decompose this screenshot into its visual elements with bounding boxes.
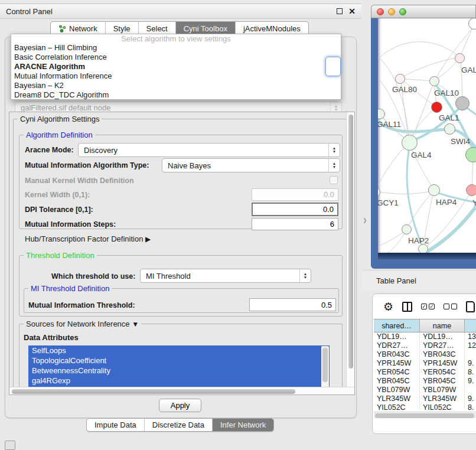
table-panel-titlebar: Table Panel <box>363 270 476 291</box>
algorithm-option[interactable]: Mutual Information Inference <box>11 71 341 81</box>
apply-button[interactable]: Apply <box>159 399 201 412</box>
network-node-gal4[interactable] <box>402 135 418 151</box>
algorithm-option[interactable]: Bayesian – K2 <box>11 81 341 90</box>
which-threshold-value: MI Threshold <box>146 272 191 281</box>
table-cell: YLR345W <box>420 394 465 403</box>
manual-kernel-width-checkbox[interactable] <box>330 176 338 184</box>
table-row[interactable]: YER054CYER054C8. <box>374 368 476 377</box>
algorithm-option[interactable]: ARACNE Algorithm <box>11 62 341 71</box>
zoom-traffic-light-icon[interactable] <box>399 8 406 15</box>
table-row[interactable]: YBR045CYBR045C9. <box>374 377 476 386</box>
network-node-gal1[interactable] <box>431 102 442 113</box>
mi-steps-input[interactable] <box>252 218 338 230</box>
scrollbar-thumb[interactable] <box>348 115 353 369</box>
algorithm-option[interactable]: Basic Correlation Inference <box>11 53 341 62</box>
network-node-gal10[interactable] <box>429 76 439 86</box>
network-node-gal80[interactable] <box>395 74 405 84</box>
settings-scrollpane: Cyni Algorithm Settings Algorithm Defini… <box>9 112 355 395</box>
data-table-combo-value: galFiltered.sif default node <box>21 103 110 112</box>
gear-icon[interactable]: ⚙ <box>383 301 393 312</box>
column-header[interactable]: shared… <box>374 319 420 332</box>
hub-definition-toggle[interactable]: Hub/Transcription Factor Definition ▶ <box>25 234 151 243</box>
table-cell: YIL052C <box>374 403 420 410</box>
tab-select[interactable]: Select <box>138 22 175 35</box>
show-columns-icon[interactable]: ✓✓ <box>421 304 435 309</box>
column-header[interactable]: name <box>420 319 465 332</box>
table-cell: YPR145W <box>374 359 420 368</box>
network-node-y[interactable] <box>466 184 476 196</box>
attribute-item[interactable]: gal4RGexp <box>28 376 330 386</box>
network-node-swi4[interactable] <box>444 123 455 135</box>
columns-icon[interactable] <box>402 302 412 312</box>
network-view-window: GALGAL80GAL10GAL1GAL11SWI4GAL4GCY1HAP4YH… <box>371 5 476 269</box>
attribute-item[interactable]: SelfLoops <box>28 345 330 356</box>
focused-combo-fragment <box>325 57 341 76</box>
table-cell: YBR043C <box>420 350 465 359</box>
tab-cyni-toolbox[interactable]: Cyni Toolbox <box>175 22 235 35</box>
scrollbar-thumb[interactable] <box>322 348 328 382</box>
column-header[interactable]: A <box>465 319 476 332</box>
attribute-item[interactable]: TopologicalCoefficient <box>28 356 330 366</box>
tab-label: Network <box>69 24 97 33</box>
aracne-mode-label: Aracne Mode: <box>25 146 74 154</box>
node-label: GAL11 <box>378 120 401 129</box>
algorithm-option[interactable]: Dream8 DC_TDC Algorithm <box>11 90 341 100</box>
tab-label: Impute Data <box>94 420 136 429</box>
network-node-hap4[interactable] <box>428 184 440 196</box>
mi-threshold-input[interactable] <box>249 298 336 311</box>
dock-panel-button[interactable] <box>5 441 15 450</box>
table-toolbar: ⚙ ✓✓ <box>373 294 476 319</box>
mi-steps-label: Mutual Information Steps: <box>25 220 116 229</box>
tab-label: jActiveMNodules <box>243 24 301 33</box>
panel-divider-handle[interactable]: ❯ <box>363 217 366 223</box>
node-label: GAL4 <box>411 151 432 159</box>
combo-arrows-icon: ▲▼ <box>328 159 340 172</box>
algorithm-option[interactable]: Bayesian – Hill Climbing <box>11 43 341 53</box>
hide-columns-icon[interactable] <box>444 304 457 309</box>
sources-toggle[interactable]: Sources for Network Inference ▼ <box>24 319 141 328</box>
group-title: Algorithm Definition <box>24 131 95 139</box>
dpi-tolerance-label: DPI Tolerance [0,1]: <box>25 206 93 214</box>
table-row[interactable]: YDR27…YDR27…12 <box>374 341 476 350</box>
table-row[interactable]: YDL19…YDL19…13 <box>374 332 476 341</box>
attribute-item[interactable]: BetweennessCentrality <box>28 366 330 376</box>
close-icon[interactable]: ✕ <box>348 8 356 14</box>
close-traffic-light-icon[interactable] <box>377 8 384 15</box>
document-icon[interactable] <box>466 301 475 312</box>
network-node[interactable] <box>455 96 470 110</box>
canvas-inner-shadow <box>378 253 476 259</box>
dpi-tolerance-input[interactable] <box>252 203 338 216</box>
tab-network[interactable]: Network <box>51 22 105 35</box>
kernel-width-input[interactable] <box>252 188 338 201</box>
network-node-hap2[interactable] <box>402 224 412 234</box>
node-label: Y <box>472 198 476 207</box>
table-row[interactable]: YIL052CYIL052C8. <box>374 403 476 410</box>
table-row[interactable]: YPR145WYPR145W9. <box>374 359 476 368</box>
table-cell: YBR045C <box>374 377 420 386</box>
network-canvas[interactable]: GALGAL80GAL10GAL1GAL11SWI4GAL4GCY1HAP4YH… <box>378 18 476 253</box>
network-node-gal[interactable] <box>455 53 465 63</box>
which-threshold-combo[interactable]: MI Threshold ▲▼ <box>140 269 311 283</box>
network-node[interactable] <box>418 244 428 253</box>
table-row[interactable]: YBL079WYBL079W <box>374 386 476 394</box>
mi-algorithm-type-combo[interactable]: Naive Bayes ▲▼ <box>162 158 340 172</box>
scrollbar-thumb[interactable] <box>12 389 295 394</box>
table-cell: YBL079W <box>420 386 465 394</box>
tab-discretize-data[interactable]: Discretize Data <box>144 419 212 431</box>
scrollbar-thumb[interactable] <box>375 413 474 418</box>
tab-label: Infer Network <box>220 420 266 429</box>
float-window-icon[interactable] <box>337 8 343 14</box>
data-attributes-list: SelfLoopsTopologicalCoefficientBetweenne… <box>28 345 330 389</box>
table-row[interactable]: YBR043CYBR043C <box>374 350 476 359</box>
tab-impute-data[interactable]: Impute Data <box>87 419 144 431</box>
tab-style[interactable]: Style <box>105 22 138 35</box>
sources-title: Sources for Network Inference <box>26 319 130 328</box>
table-cell: 9. <box>465 377 476 386</box>
minimize-traffic-light-icon[interactable] <box>388 8 395 15</box>
expand-right-icon: ▶ <box>145 235 151 243</box>
tab-infer-network[interactable]: Infer Network <box>212 419 273 431</box>
node-attribute-table: shared…nameA YDL19…YDL19…13YDR27…YDR27…1… <box>374 319 476 410</box>
tab-jactivemnodules[interactable]: jActiveMNodules <box>235 22 308 35</box>
aracne-mode-combo[interactable]: Discovery ▲▼ <box>78 143 340 157</box>
table-row[interactable]: YLR345WYLR345W9. <box>374 394 476 403</box>
